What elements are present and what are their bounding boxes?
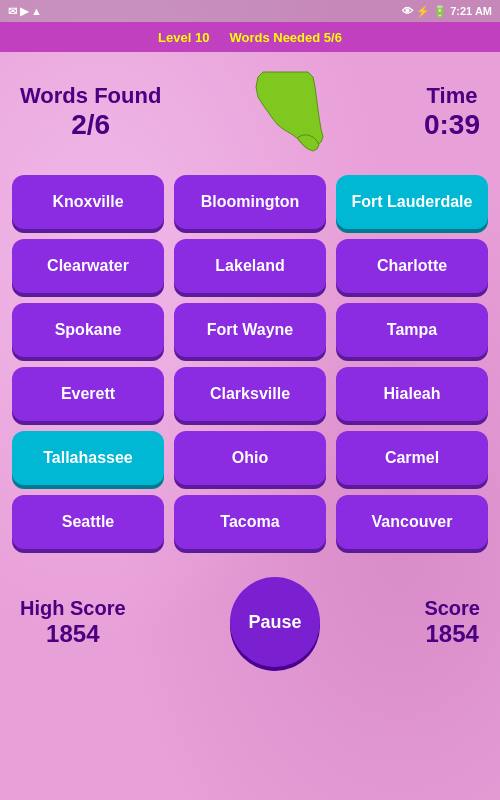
city-button-spokane[interactable]: Spokane (12, 303, 164, 357)
city-button-charlotte[interactable]: Charlotte (336, 239, 488, 293)
time-value: 0:39 (424, 109, 480, 141)
high-score-value: 1854 (20, 620, 126, 648)
city-button-tacoma[interactable]: Tacoma (174, 495, 326, 549)
words-found-section: Words Found 2/6 (20, 83, 161, 141)
city-button-hialeah[interactable]: Hialeah (336, 367, 488, 421)
city-button-tallahassee[interactable]: Tallahassee (12, 431, 164, 485)
city-button-carmel[interactable]: Carmel (336, 431, 488, 485)
status-left-icons: ✉ ▶ ▲ (8, 5, 42, 18)
time-label: Time (424, 83, 480, 109)
high-score-section: High Score 1854 (20, 597, 126, 648)
header-bar: Level 10 Words Needed 5/6 (0, 22, 500, 52)
score-label: Score (424, 597, 480, 620)
city-button-lakeland[interactable]: Lakeland (174, 239, 326, 293)
city-button-everett[interactable]: Everett (12, 367, 164, 421)
level-label: Level 10 (158, 30, 209, 45)
info-section: Words Found 2/6 Time 0:39 (0, 52, 500, 162)
city-button-knoxville[interactable]: Knoxville (12, 175, 164, 229)
city-button-bloomington[interactable]: Bloomington (174, 175, 326, 229)
city-button-fort-lauderdale[interactable]: Fort Lauderdale (336, 175, 488, 229)
high-score-label: High Score (20, 597, 126, 620)
score-value: 1854 (424, 620, 480, 648)
city-button-clarksville[interactable]: Clarksville (174, 367, 326, 421)
status-bar: ✉ ▶ ▲ 👁 ⚡ 🔋 7:21 AM (0, 0, 500, 22)
score-section: Score 1854 (424, 597, 480, 648)
city-grid: KnoxvilleBloomingtonFort LauderdaleClear… (0, 167, 500, 557)
city-button-ohio[interactable]: Ohio (174, 431, 326, 485)
bottom-bar: High Score 1854 Pause Score 1854 (0, 562, 500, 682)
pause-button[interactable]: Pause (230, 577, 320, 667)
city-button-fort-wayne[interactable]: Fort Wayne (174, 303, 326, 357)
city-button-seattle[interactable]: Seattle (12, 495, 164, 549)
words-found-label: Words Found (20, 83, 161, 109)
time-section: Time 0:39 (424, 83, 480, 141)
florida-map (243, 67, 343, 157)
city-button-clearwater[interactable]: Clearwater (12, 239, 164, 293)
words-found-value: 2/6 (20, 109, 161, 141)
city-button-tampa[interactable]: Tampa (336, 303, 488, 357)
status-right-icons: 👁 ⚡ 🔋 7:21 AM (402, 5, 492, 18)
words-needed-label: Words Needed 5/6 (229, 30, 341, 45)
city-button-vancouver[interactable]: Vancouver (336, 495, 488, 549)
